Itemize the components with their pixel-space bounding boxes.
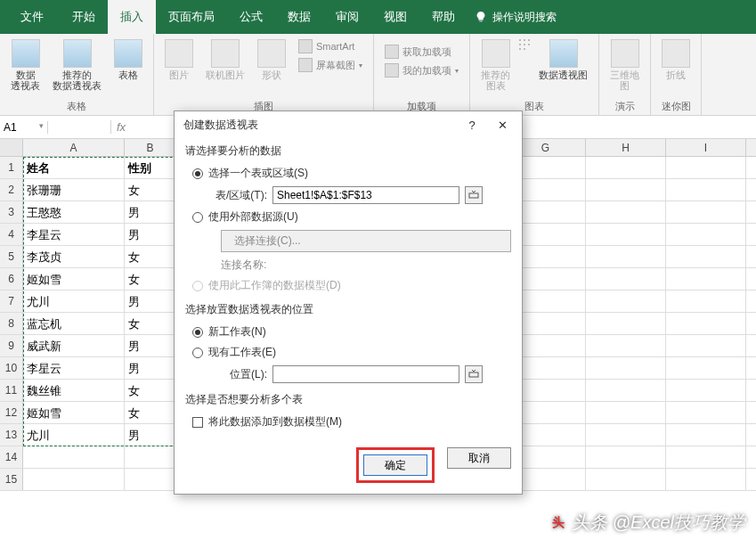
dialog-titlebar[interactable]: 创建数据透视表 ? ✕ <box>175 111 522 138</box>
smartart-button[interactable]: SmartArt <box>295 37 366 55</box>
location-ref-button[interactable] <box>465 365 483 383</box>
cell[interactable]: 男 <box>125 357 176 379</box>
cell[interactable] <box>586 313 666 334</box>
sparkline-button[interactable]: 折线 <box>658 37 694 82</box>
checkbox-add-datamodel[interactable]: 将此数据添加到数据模型(M) <box>192 414 511 430</box>
cell[interactable]: 男 <box>125 424 176 446</box>
cell[interactable] <box>666 179 746 200</box>
dialog-help-button[interactable]: ? <box>459 119 484 132</box>
fx-icon[interactable]: fx <box>117 120 126 134</box>
row-header[interactable]: 11 <box>0 380 23 401</box>
cell[interactable]: 女 <box>125 179 176 200</box>
row-header[interactable]: 7 <box>0 290 23 312</box>
cell[interactable] <box>666 268 746 290</box>
tell-me-search[interactable]: 操作说明搜索 <box>475 10 557 25</box>
online-picture-button[interactable]: 联机图片 <box>202 37 248 82</box>
radio-external-source[interactable]: 使用外部数据源(U) <box>192 209 511 225</box>
row-header[interactable]: 14 <box>0 446 23 468</box>
my-addins-button[interactable]: 我的加载项 ▾ <box>381 61 462 79</box>
cell[interactable]: 李茂贞 <box>23 246 125 267</box>
cell[interactable] <box>586 424 666 446</box>
row-header[interactable]: 12 <box>0 402 23 423</box>
cell[interactable] <box>666 201 746 223</box>
cell[interactable] <box>666 224 746 245</box>
map-chart-icon[interactable] <box>519 48 521 50</box>
row-header[interactable]: 4 <box>0 224 23 245</box>
cell[interactable] <box>666 357 746 379</box>
cell[interactable] <box>586 335 666 356</box>
tab-help[interactable]: 帮助 <box>419 0 467 34</box>
table-button[interactable]: 表格 <box>110 37 146 82</box>
cell[interactable] <box>586 157 666 178</box>
cell[interactable] <box>586 268 666 290</box>
cell[interactable]: 威武新 <box>23 335 125 356</box>
screenshot-button[interactable]: 屏幕截图 ▾ <box>295 56 366 74</box>
cell[interactable] <box>125 446 176 468</box>
cell[interactable] <box>23 469 125 490</box>
cell[interactable] <box>586 380 666 401</box>
cell[interactable] <box>666 157 746 178</box>
row-header[interactable]: 10 <box>0 357 23 379</box>
cell[interactable] <box>586 402 666 423</box>
cell[interactable] <box>586 201 666 223</box>
cell[interactable]: 男 <box>125 201 176 223</box>
cell[interactable]: 姬如雪 <box>23 402 125 423</box>
pivot-chart-button[interactable]: 数据透视图 <box>535 37 591 82</box>
cell[interactable] <box>666 446 746 468</box>
dialog-close-button[interactable]: ✕ <box>490 119 515 132</box>
col-header-A[interactable]: A <box>23 139 125 156</box>
ok-button[interactable]: 确定 <box>363 454 427 476</box>
line-chart-icon[interactable] <box>524 39 525 41</box>
radio-existing-worksheet[interactable]: 现有工作表(E) <box>192 345 511 360</box>
pie-chart-icon[interactable] <box>528 39 530 41</box>
tab-home[interactable]: 开始 <box>60 0 108 34</box>
cell[interactable]: 姬如雪 <box>23 268 125 290</box>
picture-button[interactable]: 图片 <box>161 37 197 82</box>
cell[interactable] <box>666 335 746 356</box>
cell[interactable] <box>586 469 666 490</box>
cell[interactable] <box>586 290 666 312</box>
scatter-chart-icon[interactable] <box>524 44 525 45</box>
select-all-corner[interactable] <box>0 139 23 156</box>
row-header[interactable]: 6 <box>0 268 23 290</box>
cell[interactable]: 男 <box>125 290 176 312</box>
row-header[interactable]: 9 <box>0 335 23 356</box>
cell[interactable] <box>666 290 746 312</box>
tab-view[interactable]: 视图 <box>371 0 419 34</box>
row-header[interactable]: 15 <box>0 469 23 490</box>
cell[interactable] <box>666 313 746 334</box>
row-header[interactable]: 5 <box>0 246 23 267</box>
combo-chart-icon[interactable] <box>524 48 525 50</box>
cell[interactable] <box>586 224 666 245</box>
bar-chart-icon[interactable] <box>519 39 521 41</box>
cell[interactable] <box>666 469 746 490</box>
row-header[interactable]: 2 <box>0 179 23 200</box>
range-ref-button[interactable] <box>465 186 483 204</box>
tab-insert[interactable]: 插入 <box>108 0 156 34</box>
tab-data[interactable]: 数据 <box>275 0 323 34</box>
cell[interactable]: 尤川 <box>23 290 125 312</box>
cell[interactable]: 李星云 <box>23 357 125 379</box>
row-header[interactable]: 1 <box>0 157 23 178</box>
hist-chart-icon[interactable] <box>519 44 521 45</box>
row-header[interactable]: 8 <box>0 313 23 334</box>
row-header[interactable]: 13 <box>0 424 23 446</box>
cell[interactable] <box>125 469 176 490</box>
col-header-H[interactable]: H <box>586 139 666 156</box>
col-header-B[interactable]: B <box>125 139 176 156</box>
tab-review[interactable]: 审阅 <box>323 0 371 34</box>
cell[interactable]: 男 <box>125 335 176 356</box>
location-input[interactable] <box>272 365 459 383</box>
row-header[interactable]: 3 <box>0 201 23 223</box>
cell[interactable] <box>586 446 666 468</box>
cell[interactable] <box>586 179 666 200</box>
cell[interactable]: 女 <box>125 268 176 290</box>
name-box[interactable]: A1▾ <box>0 121 48 134</box>
cell[interactable]: 尤川 <box>23 424 125 446</box>
cell[interactable]: 性别 <box>125 157 176 178</box>
cell[interactable]: 王憨憨 <box>23 201 125 223</box>
cell[interactable]: 男 <box>125 224 176 245</box>
tab-file[interactable]: 文件 <box>4 0 60 34</box>
cell[interactable]: 张珊珊 <box>23 179 125 200</box>
cell[interactable]: 女 <box>125 313 176 334</box>
